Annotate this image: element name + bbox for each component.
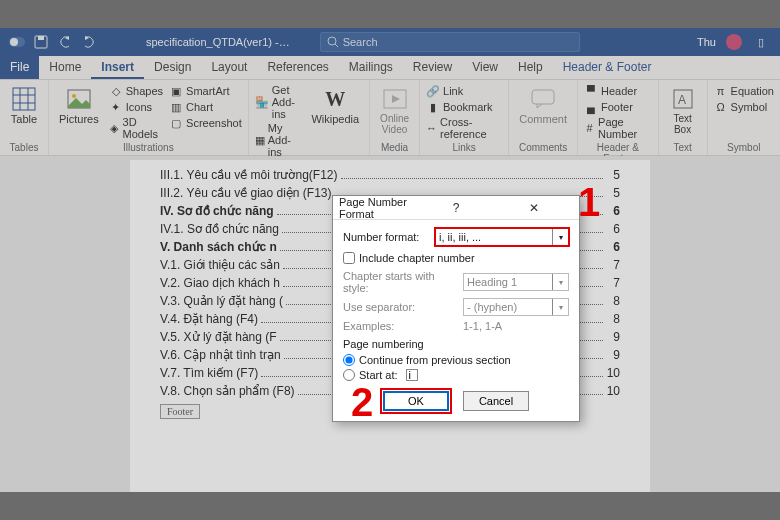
- number-format-combo[interactable]: i, ii, iii, ... ▾: [435, 228, 569, 246]
- chevron-down-icon: ▾: [552, 274, 568, 290]
- chapter-style-combo: Heading 1▾: [463, 273, 569, 291]
- separator-label: Use separator:: [343, 301, 463, 313]
- ok-button[interactable]: OK: [383, 391, 449, 411]
- include-chapter-label: Include chapter number: [359, 252, 475, 264]
- include-chapter-checkbox[interactable]: [343, 252, 355, 264]
- number-format-label: Number format:: [343, 231, 435, 243]
- continue-label: Continue from previous section: [359, 354, 511, 366]
- close-button[interactable]: ✕: [495, 201, 573, 215]
- annotation-1: 1: [578, 180, 600, 225]
- chapter-style-label: Chapter starts with style:: [343, 270, 463, 294]
- separator-combo: - (hyphen)▾: [463, 298, 569, 316]
- examples-value: 1-1, 1-A: [463, 320, 502, 332]
- continue-radio[interactable]: [343, 354, 355, 366]
- help-button[interactable]: ?: [417, 201, 495, 215]
- startat-input[interactable]: [406, 369, 418, 381]
- dialog-title: Page Number Format: [339, 196, 417, 220]
- annotation-2: 2: [351, 380, 373, 425]
- cancel-button[interactable]: Cancel: [463, 391, 529, 411]
- chevron-down-icon: ▾: [552, 229, 568, 245]
- examples-label: Examples:: [343, 320, 463, 332]
- chevron-down-icon: ▾: [552, 299, 568, 315]
- page-numbering-section: Page numbering: [343, 338, 569, 350]
